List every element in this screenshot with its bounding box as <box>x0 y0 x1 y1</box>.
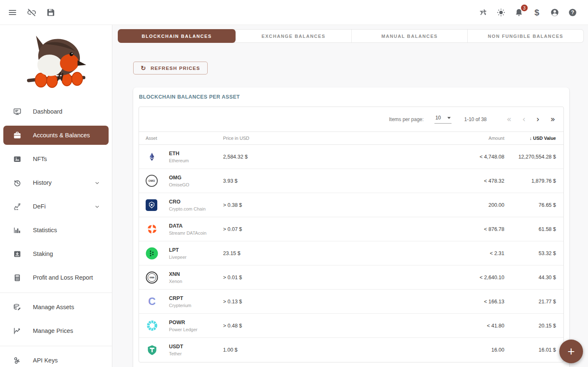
sidebar-item-manage-prices[interactable]: Manage Prices <box>3 321 109 340</box>
nav-divider <box>0 293 112 293</box>
asset-name: Livepeer <box>169 255 223 260</box>
prices-icon <box>12 326 22 335</box>
amount-cell: < 2.31 <box>442 250 504 256</box>
usd-value-cell: 53.32 $ <box>504 250 556 256</box>
history-icon <box>12 178 22 187</box>
table-body: ETHEthereum2,584.32 $< 4,748.0812,270,55… <box>139 145 563 362</box>
assets-icon <box>12 303 22 312</box>
table-row-omg[interactable]: OMGOMGOmiseGO3.93 $< 478.321,879.76 $ <box>139 169 563 193</box>
eth-coin-icon <box>146 151 169 163</box>
price-cell: > 0.07 $ <box>223 226 442 232</box>
column-header-usd-value[interactable]: ↓USD Value <box>504 136 556 141</box>
topbar-left-icons <box>7 7 56 17</box>
defi-icon <box>12 202 22 211</box>
help-icon[interactable]: ? <box>568 7 578 17</box>
asset-symbol: DATA <box>169 223 223 229</box>
column-header-asset[interactable]: Asset <box>146 136 223 141</box>
next-page-button[interactable]: › <box>536 115 540 123</box>
sidebar-item-label: Manage Assets <box>33 304 74 310</box>
sidebar-item-accounts-and-balances[interactable]: Accounts & Balances <box>3 126 109 145</box>
amount-cell: < 166.13 <box>442 299 504 305</box>
table-row-xnn[interactable]: XNNXNNXenon> 0.01 $< 2,640.1044.30 $ <box>139 265 563 290</box>
previous-page-button[interactable]: ‹ <box>522 115 526 123</box>
table-row-cro[interactable]: CROCrypto.com Chain> 0.38 $200.0076.65 $ <box>139 193 563 217</box>
page-controls: «‹›» <box>496 115 555 123</box>
sidebar-item-label: Manage Prices <box>33 327 73 334</box>
table-row-crpt[interactable]: CCRPTCrypterium> 0.13 $< 166.1321.77 $ <box>139 290 563 314</box>
refresh-icon: ↻ <box>141 65 146 71</box>
sidebar-item-staking[interactable]: Staking <box>3 244 109 263</box>
sidebar-item-manage-assets[interactable]: Manage Assets <box>3 298 109 317</box>
asset-name: Ethereum <box>169 158 223 163</box>
price-cell: > 0.38 $ <box>223 202 442 208</box>
sidebar-item-statistics[interactable]: Statistics <box>3 221 109 240</box>
tab-blockchain-balances[interactable]: BLOCKCHAIN BALANCES <box>118 29 236 43</box>
notifications-icon[interactable]: 3 <box>514 7 524 17</box>
caret-down-icon <box>447 117 451 119</box>
tab-manual-balances[interactable]: MANUAL BALANCES <box>352 30 468 42</box>
nav-divider <box>0 346 112 346</box>
tab-exchange-balances[interactable]: EXCHANGE BALANCES <box>236 30 352 42</box>
column-header-price[interactable]: Price in USD <box>223 136 442 141</box>
usd-value-cell: 61.58 $ <box>504 226 556 232</box>
last-page-button[interactable]: » <box>550 115 555 123</box>
briefcase-icon <box>12 131 22 140</box>
table-row-data[interactable]: DATAStreamr DATAcoin> 0.07 $< 876.7861.5… <box>139 217 563 241</box>
account-icon[interactable] <box>550 7 560 17</box>
sidebar-nav: DashboardAccounts & BalancesNFTsHistoryD… <box>0 102 112 367</box>
amount-cell: < 2,640.10 <box>442 275 504 280</box>
asset-symbol: ETH <box>169 151 223 156</box>
refresh-prices-label: REFRESH PRICES <box>151 66 200 71</box>
asset-name: Tether <box>169 351 223 356</box>
asset-name: OmiseGO <box>169 182 223 187</box>
table-row-eth[interactable]: ETHEthereum2,584.32 $< 4,748.0812,270,55… <box>139 145 563 169</box>
asset-cell: DATAStreamr DATAcoin <box>169 223 223 236</box>
svg-text:?: ? <box>571 10 574 15</box>
sidebar-item-label: API Keys <box>33 357 58 364</box>
calculator-icon <box>12 273 22 282</box>
chevron-down-icon <box>94 203 100 210</box>
currency-icon[interactable]: $ <box>532 7 542 17</box>
sidebar-item-api-keys[interactable]: API Keys <box>3 351 109 367</box>
image-icon <box>12 154 22 164</box>
balance-tabs: BLOCKCHAIN BALANCESEXCHANGE BALANCESMANU… <box>118 29 584 43</box>
asset-cell: CROCrypto.com Chain <box>169 199 223 211</box>
column-header-amount[interactable]: Amount <box>442 136 504 141</box>
sidebar-item-label: History <box>33 179 52 186</box>
asset-cell: USDTTether <box>169 344 223 356</box>
sidebar-item-nfts[interactable]: NFTs <box>3 149 109 169</box>
save-icon[interactable] <box>46 7 56 17</box>
sidebar: DashboardAccounts & BalancesNFTsHistoryD… <box>0 25 112 367</box>
add-account-fab[interactable]: + <box>559 340 583 363</box>
items-per-page-value: 10 <box>435 115 441 121</box>
theme-icon[interactable] <box>496 7 506 17</box>
amount-cell: < 478.32 <box>442 178 504 184</box>
usd-value-cell: 12,270,554.28 $ <box>504 154 556 160</box>
usd-value-cell: 20.15 $ <box>504 323 556 329</box>
blockchain-balances-card: BLOCKCHAIN BALANCES PER ASSET Items per … <box>133 87 569 367</box>
usd-value-cell: 16.01 $ <box>504 347 556 353</box>
rotki-logo <box>0 25 112 97</box>
link-off-icon[interactable] <box>27 7 37 17</box>
table-row-lpt[interactable]: LPTLivepeer23.15 $< 2.3153.32 $ <box>139 241 563 265</box>
table-row-usdt[interactable]: USDTTether1.00 $16.0016.01 $ <box>139 338 563 362</box>
items-per-page-select[interactable]: 10 <box>434 115 452 124</box>
sidebar-item-defi[interactable]: DeFi <box>3 197 109 216</box>
pinned-icon[interactable] <box>478 7 488 17</box>
keys-icon <box>12 356 22 365</box>
usd-value-cell: 76.65 $ <box>504 202 556 208</box>
sidebar-item-history[interactable]: History <box>3 173 109 192</box>
main-content: BLOCKCHAIN BALANCESEXCHANGE BALANCESMANU… <box>112 25 588 367</box>
usdt-coin-icon <box>146 344 169 356</box>
sidebar-item-profit-and-loss-report[interactable]: Profit and Loss Report <box>3 268 109 287</box>
sidebar-item-label: DeFi <box>33 203 46 210</box>
amount-cell: 200.00 <box>442 202 504 208</box>
tab-non-fungible-balances[interactable]: NON FUNGIBLE BALANCES <box>468 30 583 42</box>
asset-name: Streamr DATAcoin <box>169 231 223 236</box>
menu-icon[interactable] <box>7 7 17 17</box>
table-row-powr[interactable]: POWRPower Ledger> 0.48 $< 41.8020.15 $ <box>139 314 563 338</box>
sidebar-item-label: Accounts & Balances <box>33 132 90 139</box>
refresh-prices-button[interactable]: ↻ REFRESH PRICES <box>133 62 208 74</box>
sidebar-item-dashboard[interactable]: Dashboard <box>3 102 109 121</box>
first-page-button[interactable]: « <box>507 115 512 123</box>
